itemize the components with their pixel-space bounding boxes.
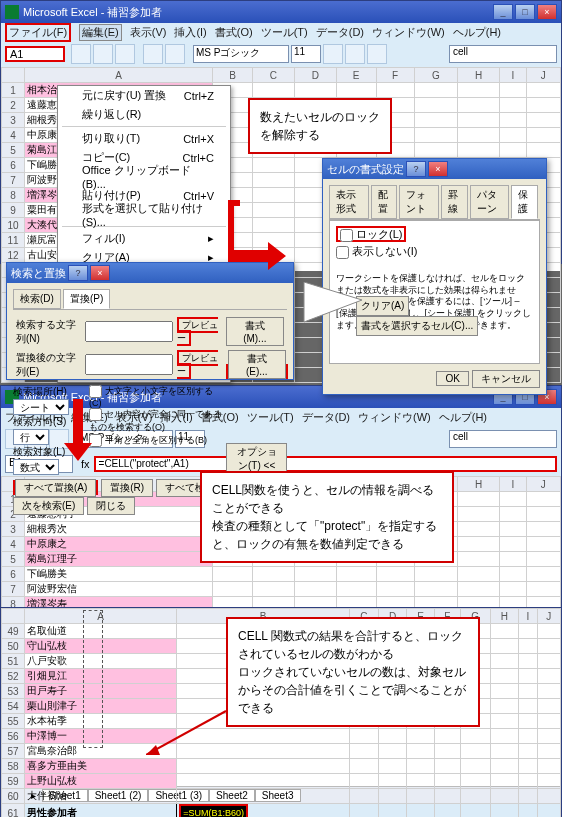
svg-marker-2 xyxy=(64,443,92,461)
find-replace-dialog: 検索と置換?× 検索(D) 置換(P) 検索する文字列(N) プレビュー 書式(… xyxy=(6,262,294,380)
tb-save-icon[interactable] xyxy=(115,44,135,64)
tb-bold-icon[interactable] xyxy=(323,44,343,64)
menu-format[interactable]: 書式(O) xyxy=(215,25,253,40)
menu-insert[interactable]: 挿入(I) xyxy=(174,25,206,40)
dialog-title: セルの書式設定 xyxy=(327,162,404,177)
excel-app-icon xyxy=(5,5,19,19)
maximize-button[interactable]: □ xyxy=(515,4,535,20)
menu-file[interactable]: ファイル(F) xyxy=(5,23,71,42)
tab-protection[interactable]: 保護 xyxy=(511,185,538,219)
mi-cut[interactable]: 切り取り(T)Ctrl+X xyxy=(58,129,230,148)
replace-preview: プレビュー xyxy=(177,350,218,379)
menu-data[interactable]: データ(D) xyxy=(316,25,364,40)
tb-open-icon[interactable] xyxy=(93,44,113,64)
lookin-select[interactable]: 数式 xyxy=(13,459,59,475)
lbl-replace-with: 置換後の文字列(E) xyxy=(15,349,82,380)
menu-window[interactable]: ウィンドウ(W) xyxy=(372,25,445,40)
font-size-select[interactable]: 11 xyxy=(291,45,321,63)
callout-sum-locked: CELL 関数式の結果を合計すると、ロックされているセルの数がわかる ロックされ… xyxy=(226,617,480,727)
find-dialog-title: 検索と置換 xyxy=(11,266,66,281)
window-titlebar: Microsoft Excel - 補習参加者 _ □ × xyxy=(1,1,561,23)
tab-number[interactable]: 表示形式 xyxy=(329,185,369,219)
marquee-selection xyxy=(83,610,103,748)
find-preview: プレビュー xyxy=(177,317,218,346)
menu-tools[interactable]: ツール(T) xyxy=(261,25,308,40)
find-input[interactable] xyxy=(85,321,173,342)
cell-box[interactable]: cell xyxy=(449,45,557,63)
chk-case[interactable] xyxy=(89,385,102,398)
mi-undo[interactable]: 元に戻す(U) 置換Ctrl+Z xyxy=(58,86,230,105)
mi-fill[interactable]: フィル(I)▸ xyxy=(58,229,230,248)
find-help-button[interactable]: ? xyxy=(68,265,88,281)
hide-checkbox[interactable] xyxy=(336,246,349,259)
minimize-button[interactable]: _ xyxy=(493,4,513,20)
cell-box[interactable]: cell xyxy=(449,430,557,448)
tab-border[interactable]: 罫線 xyxy=(441,185,468,219)
dialog-help-button[interactable]: ? xyxy=(406,161,426,177)
within-select[interactable]: シート xyxy=(13,399,69,415)
mi-paste-special[interactable]: 形式を選択して貼り付け(S)... xyxy=(58,205,230,224)
cancel-button[interactable]: キャンセル xyxy=(472,370,540,388)
mi-clipboard[interactable]: Office クリップボード(B)... xyxy=(58,167,230,186)
dialog-tabs: 表示形式 配置 フォント 罫線 パターン 保護 xyxy=(329,185,540,220)
menu-help[interactable]: ヘルプ(H) xyxy=(453,25,501,40)
lock-checkbox[interactable] xyxy=(340,229,353,242)
replace-format-button[interactable]: 書式(E)... xyxy=(228,350,286,379)
replace-button[interactable]: 置換(R) xyxy=(101,479,153,497)
callout-unlock-cells: 数えたいセルのロックを解除する xyxy=(248,98,392,154)
tb-new-icon[interactable] xyxy=(71,44,91,64)
menu-data[interactable]: データ(D) xyxy=(302,410,350,425)
toolbar: A1 MS Pゴシック 11 cell xyxy=(1,41,561,67)
replace-input[interactable] xyxy=(85,354,173,375)
menu-help[interactable]: ヘルプ(H) xyxy=(439,410,487,425)
lock-label: ロック(L) xyxy=(356,228,402,240)
find-close-button[interactable]: × xyxy=(90,265,110,281)
tb-italic-icon[interactable] xyxy=(345,44,365,64)
tab-replace[interactable]: 置換(P) xyxy=(63,289,110,309)
find-format-button[interactable]: 書式(M)... xyxy=(226,317,284,346)
dialog-close-button[interactable]: × xyxy=(428,161,448,177)
find-next-button[interactable]: 次を検索(E) xyxy=(13,497,84,515)
menu-window[interactable]: ウィンドウ(W) xyxy=(358,410,431,425)
menu-bar: ファイル(F) 編集(E) 表示(V) 挿入(I) 書式(O) ツール(T) デ… xyxy=(1,23,561,41)
font-name-select[interactable]: MS Pゴシック xyxy=(193,45,289,63)
callout-cell-function: CELL関数を使うと、セルの情報を調べることができる 検査の種類として「"pro… xyxy=(200,471,454,563)
svg-marker-0 xyxy=(304,282,362,322)
menu-view[interactable]: 表示(V) xyxy=(130,25,167,40)
format-from-cell-popup[interactable]: 書式を選択するセル(C)... xyxy=(356,316,478,336)
tb-underline-icon[interactable] xyxy=(367,44,387,64)
close-button[interactable]: × xyxy=(537,4,557,20)
clear-popup[interactable]: クリア(A) xyxy=(356,296,409,316)
tb-preview-icon[interactable] xyxy=(165,44,185,64)
menu-edit[interactable]: 編集(E) xyxy=(79,24,122,41)
direction-select[interactable]: 行 xyxy=(13,429,49,445)
hide-label: 表示しない(I) xyxy=(352,245,417,257)
window-title: Microsoft Excel - 補習参加者 xyxy=(23,5,162,20)
format-cells-dialog: セルの書式設定?× 表示形式 配置 フォント 罫線 パターン 保護 ロック(L)… xyxy=(322,158,547,395)
svg-rect-1 xyxy=(73,399,83,443)
close-find-button[interactable]: 閉じる xyxy=(87,497,135,515)
svg-marker-4 xyxy=(146,745,160,755)
tab-find[interactable]: 検索(D) xyxy=(13,289,61,309)
replace-all-button[interactable]: すべて置換(A) xyxy=(15,479,96,497)
name-box[interactable]: A1 xyxy=(5,46,65,62)
tab-pattern[interactable]: パターン xyxy=(470,185,510,219)
lbl-find-what: 検索する文字列(N) xyxy=(15,316,82,347)
tab-font[interactable]: フォント xyxy=(399,185,439,219)
ok-button[interactable]: OK xyxy=(436,371,468,386)
svg-line-3 xyxy=(146,711,226,755)
mi-redo[interactable]: 繰り返し(R) xyxy=(58,105,230,124)
tab-alignment[interactable]: 配置 xyxy=(371,185,398,219)
tb-print-icon[interactable] xyxy=(143,44,163,64)
